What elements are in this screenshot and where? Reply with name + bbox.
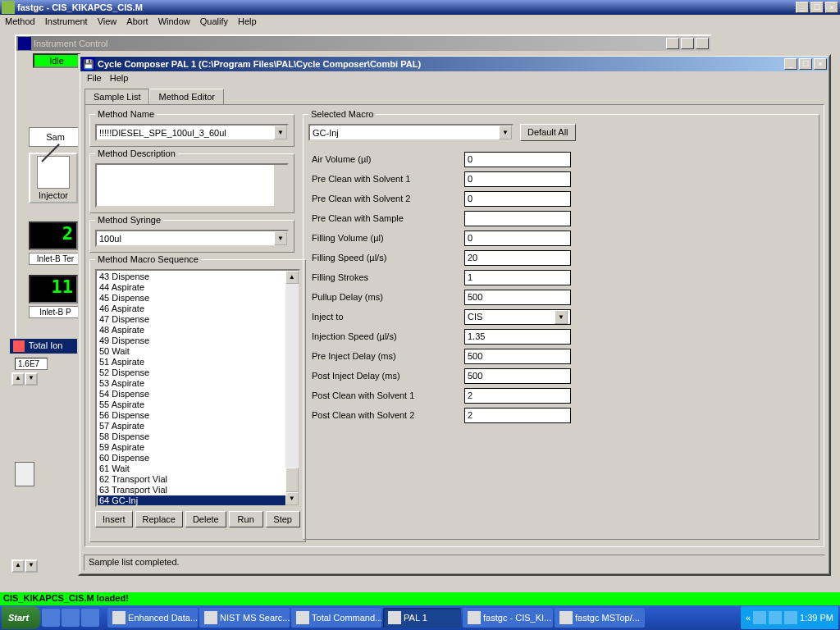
cycle-minimize-button[interactable]: _ xyxy=(784,58,797,70)
macro-list-item[interactable]: 63 Transport Vial xyxy=(98,485,298,495)
macro-list-item[interactable]: 57 Aspirate xyxy=(98,421,298,431)
inst-maximize-button[interactable]: ☐ xyxy=(681,38,694,49)
tray-expand-icon[interactable]: « xyxy=(746,613,751,623)
default-all-button[interactable]: Default All xyxy=(520,124,576,141)
start-button[interactable]: Start xyxy=(2,606,40,629)
taskbar-task[interactable]: Enhanced Data... xyxy=(107,608,198,628)
macro-list-item[interactable]: 58 Dispense xyxy=(98,431,298,442)
tab-sample-list[interactable]: Sample List xyxy=(84,89,149,104)
menu-qualify[interactable]: Qualify xyxy=(200,16,228,29)
taskbar-task[interactable]: NIST MS Searc... xyxy=(199,608,290,628)
taskbar-task[interactable]: fastgc - CIS_KI... xyxy=(463,608,553,628)
sample-box[interactable]: Sam xyxy=(29,127,82,147)
cycle-menu-help[interactable]: Help xyxy=(110,73,129,84)
scroll-down-button[interactable]: ▼ xyxy=(285,492,299,505)
inst-close-button[interactable]: × xyxy=(696,38,709,49)
param-label: Pre Clean with Solvent 2 xyxy=(308,194,464,203)
macro-list-item[interactable]: 59 Aspirate xyxy=(98,442,298,453)
param-input[interactable] xyxy=(464,211,571,226)
minimize-button[interactable]: _ xyxy=(796,2,809,13)
tray-icon[interactable] xyxy=(769,611,782,624)
taskbar-task[interactable]: PAL 1 xyxy=(383,608,461,628)
taskbar-task[interactable]: Total Command... xyxy=(291,608,381,628)
macro-list-item[interactable]: 60 Dispense xyxy=(98,453,298,463)
listbox-scrollbar[interactable]: ▲ ▼ xyxy=(285,271,299,505)
insert-button[interactable]: Insert xyxy=(95,511,133,527)
param-input[interactable]: 0 xyxy=(464,152,571,167)
quicklaunch-save-icon[interactable] xyxy=(81,609,99,627)
menu-abort[interactable]: Abort xyxy=(126,16,148,29)
param-input[interactable]: 0 xyxy=(464,171,571,187)
scroll-up-button[interactable]: ▲ xyxy=(285,271,299,284)
quicklaunch-firefox-icon[interactable] xyxy=(62,609,80,627)
macro-sequence-listbox[interactable]: 43 Dispense44 Aspirate45 Dispense46 Aspi… xyxy=(95,269,300,507)
total-ion-header[interactable]: Total Ion xyxy=(10,339,77,354)
scale-up-button-2[interactable]: ▲ xyxy=(11,559,25,573)
delete-button[interactable]: Delete xyxy=(185,511,226,527)
cycle-menu-file[interactable]: File xyxy=(87,73,102,84)
tray-icon[interactable] xyxy=(753,611,766,624)
param-input[interactable]: 0 xyxy=(464,191,571,207)
macro-list-item[interactable]: 55 Aspirate xyxy=(98,399,298,410)
macro-list-item[interactable]: 48 Aspirate xyxy=(98,325,298,336)
param-input[interactable]: 1.35 xyxy=(464,329,571,345)
macro-list-item[interactable]: 44 Aspirate xyxy=(98,282,298,293)
run-button[interactable]: Run xyxy=(229,511,263,527)
param-input[interactable]: 2 xyxy=(464,388,571,404)
scale-down-button-2[interactable]: ▼ xyxy=(25,559,38,573)
macro-list-item[interactable]: 46 Aspirate xyxy=(98,304,298,314)
replace-button[interactable]: Replace xyxy=(135,511,183,527)
method-syringe-dropdown[interactable]: 100ul▼ xyxy=(95,230,289,247)
scrollbar[interactable] xyxy=(274,165,287,206)
param-input[interactable]: 1 xyxy=(464,270,571,285)
cycle-maximize-button[interactable]: ☐ xyxy=(799,58,812,70)
maximize-button[interactable]: ☐ xyxy=(810,2,824,13)
taskbar-task[interactable]: fastgc MSTop/... xyxy=(555,608,645,628)
macro-list-item[interactable]: 62 Transport Vial xyxy=(98,474,298,485)
param-input[interactable]: 500 xyxy=(464,349,571,364)
macro-list-item[interactable]: 49 Dispense xyxy=(98,336,298,346)
macro-list-item[interactable]: 45 Dispense xyxy=(98,293,298,304)
method-name-dropdown[interactable]: !!!!!DIESEL_SPE_100ul_3_60ul▼ xyxy=(95,124,289,141)
tray-clock[interactable]: 1:39 PM xyxy=(800,613,833,623)
param-label: Post Clean with Solvent 2 xyxy=(308,410,464,420)
instrument-icon xyxy=(18,37,31,50)
tab-method-editor[interactable]: Method Editor xyxy=(149,89,223,104)
menu-instrument[interactable]: Instrument xyxy=(45,16,88,29)
menu-method[interactable]: Method xyxy=(5,16,35,29)
param-input[interactable]: 500 xyxy=(464,368,571,384)
macro-list-item[interactable]: 64 GC-Inj xyxy=(98,495,298,506)
macro-list-item[interactable]: 53 Aspirate xyxy=(98,378,298,389)
param-input[interactable]: 0 xyxy=(464,231,571,246)
method-desc-textarea[interactable] xyxy=(95,163,289,208)
param-input[interactable]: 20 xyxy=(464,250,571,266)
quicklaunch-ie-icon[interactable] xyxy=(42,609,60,627)
cycle-close-button[interactable]: × xyxy=(814,58,827,70)
macro-list-item[interactable]: 61 Wait xyxy=(98,463,298,474)
inst-minimize-button[interactable]: _ xyxy=(666,38,679,49)
injector-button[interactable]: Injector xyxy=(29,153,78,203)
macro-list-item[interactable]: 50 Wait xyxy=(98,346,298,357)
menu-window[interactable]: Window xyxy=(158,16,190,29)
param-input[interactable]: 2 xyxy=(464,408,571,423)
close-button[interactable]: × xyxy=(825,2,838,13)
selected-macro-dropdown[interactable]: GC-Inj▼ xyxy=(308,124,514,141)
menu-help[interactable]: Help xyxy=(238,16,257,29)
cycle-titlebar[interactable]: 💾 Cycle Composer PAL 1 (C:\Program Files… xyxy=(80,57,829,71)
scale-up-button[interactable]: ▲ xyxy=(11,372,25,386)
param-input[interactable]: 500 xyxy=(464,290,571,305)
ruler-icon[interactable] xyxy=(15,462,34,486)
macro-list-item[interactable]: 43 Dispense xyxy=(98,272,298,282)
menu-view[interactable]: View xyxy=(98,16,117,29)
param-row: Post Clean with Solvent 12 xyxy=(308,386,814,405)
macro-list-item[interactable]: 54 Dispense xyxy=(98,389,298,399)
param-dropdown[interactable]: CIS▼ xyxy=(464,309,571,325)
scroll-thumb[interactable] xyxy=(285,468,299,492)
step-button[interactable]: Step xyxy=(266,511,300,527)
macro-list-item[interactable]: 51 Aspirate xyxy=(98,357,298,368)
macro-list-item[interactable]: 56 Dispense xyxy=(98,410,298,421)
tray-icon[interactable] xyxy=(784,611,797,624)
scale-down-button[interactable]: ▼ xyxy=(25,372,38,386)
macro-list-item[interactable]: 52 Dispense xyxy=(98,368,298,378)
macro-list-item[interactable]: 47 Dispense xyxy=(98,314,298,325)
